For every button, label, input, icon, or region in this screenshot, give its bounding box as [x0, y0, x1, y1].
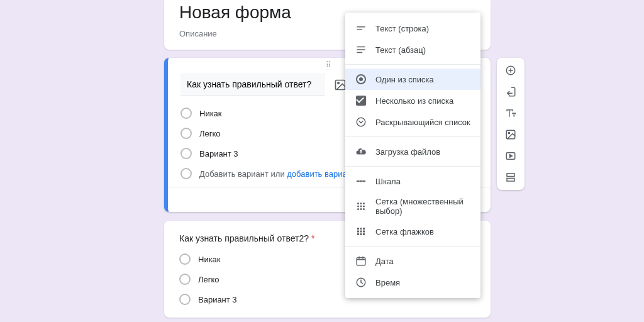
menu-separator: [345, 64, 480, 65]
time-icon: [355, 277, 367, 288]
option-label[interactable]: Вариант 3: [199, 149, 238, 158]
side-toolbar: [497, 58, 525, 190]
type-option-label: Шкала: [375, 177, 401, 186]
checkbox-icon: [355, 95, 367, 106]
radio-icon: [180, 128, 192, 139]
menu-separator: [345, 136, 480, 137]
option-label[interactable]: Никак: [199, 109, 222, 118]
svg-rect-27: [363, 231, 365, 233]
type-option-upload[interactable]: Загрузка файлов: [345, 141, 480, 162]
type-option-label: Сетка флажков: [375, 227, 434, 236]
type-option-time[interactable]: Время: [345, 272, 480, 293]
grid-check-icon: [355, 226, 367, 237]
question-title-input[interactable]: [180, 73, 325, 96]
type-option-paragraph[interactable]: Текст (абзац): [345, 39, 480, 60]
section-icon: [505, 172, 516, 183]
option-label: Легко: [198, 275, 219, 284]
radio-icon: [179, 274, 191, 285]
toolbar-import[interactable]: [502, 83, 519, 101]
dropdown-icon: [355, 116, 367, 128]
plus-circle-icon: [505, 65, 516, 76]
type-option-label: Дата: [375, 257, 394, 266]
import-icon: [505, 86, 516, 97]
toolbar-add-section[interactable]: [502, 169, 519, 186]
type-option-label: Время: [375, 278, 400, 287]
svg-point-20: [360, 208, 362, 210]
svg-rect-26: [360, 231, 362, 233]
svg-point-11: [360, 180, 362, 182]
radio-icon: [180, 168, 192, 179]
svg-rect-44: [507, 174, 514, 177]
type-option-cgrid[interactable]: Сетка флажков: [345, 221, 480, 242]
date-icon: [355, 255, 367, 267]
scale-icon: [355, 175, 367, 187]
short-text-icon: [355, 23, 367, 34]
radio-icon: [180, 148, 192, 159]
svg-rect-25: [357, 231, 359, 233]
option-label: Вариант 3: [198, 295, 237, 304]
paragraph-icon: [355, 44, 367, 55]
radio-icon: [180, 108, 192, 119]
video-icon: [505, 150, 516, 162]
question-type-menu: Текст (строка)Текст (абзац)Один из списк…: [345, 13, 480, 298]
toolbar-add-image[interactable]: [502, 126, 519, 143]
type-option-label: Несколько из списка: [375, 96, 453, 106]
menu-separator: [345, 166, 480, 167]
svg-marker-43: [510, 155, 513, 158]
svg-rect-30: [363, 233, 365, 235]
radio-icon: [179, 294, 191, 305]
svg-point-12: [364, 180, 365, 182]
svg-point-18: [363, 206, 365, 208]
svg-point-41: [508, 132, 509, 133]
type-option-label: Сетка (множественный выбор): [375, 197, 470, 216]
svg-point-16: [357, 206, 359, 208]
toolbar-add-question[interactable]: [502, 62, 519, 79]
toolbar-add-video[interactable]: [502, 147, 519, 165]
type-option-radio[interactable]: Один из списка: [345, 69, 480, 90]
type-option-label: Загрузка файлов: [375, 147, 440, 157]
type-option-label: Раскрывающийся список: [375, 118, 470, 127]
svg-point-17: [360, 206, 362, 208]
type-option-dropdown[interactable]: Раскрывающийся список: [345, 111, 480, 133]
option-label: Никак: [198, 255, 221, 264]
svg-point-8: [357, 118, 365, 126]
upload-icon: [355, 146, 367, 157]
svg-point-19: [357, 208, 359, 210]
svg-rect-29: [360, 233, 362, 235]
svg-rect-22: [357, 228, 359, 230]
type-option-date[interactable]: Дата: [345, 250, 480, 272]
add-image-icon[interactable]: [334, 79, 347, 91]
type-option-label: Один из списка: [375, 75, 434, 84]
type-option-label: Текст (строка): [375, 24, 429, 33]
type-option-scale[interactable]: Шкала: [345, 170, 480, 192]
type-option-label: Текст (абзац): [375, 45, 426, 55]
add-option-text[interactable]: Добавить вариант: [199, 169, 269, 179]
svg-rect-45: [507, 179, 514, 182]
or-text: или: [271, 169, 285, 179]
type-option-mgrid[interactable]: Сетка (множественный выбор): [345, 192, 480, 221]
text-icon: [505, 108, 516, 119]
toolbar-add-title[interactable]: [502, 104, 519, 122]
grid-radio-icon: [355, 201, 367, 212]
radio-icon: [179, 253, 191, 265]
image-icon: [505, 129, 516, 140]
svg-point-10: [358, 180, 359, 182]
radio-icon: [355, 74, 367, 85]
svg-point-13: [357, 203, 359, 204]
menu-separator: [345, 246, 480, 247]
svg-point-14: [360, 203, 362, 204]
svg-rect-23: [360, 228, 362, 230]
svg-rect-31: [357, 258, 365, 265]
required-star-icon: *: [311, 233, 314, 243]
type-option-checkbox[interactable]: Несколько из списка: [345, 90, 480, 111]
svg-rect-28: [357, 233, 359, 235]
option-label[interactable]: Легко: [199, 129, 221, 138]
svg-point-1: [338, 82, 340, 84]
svg-point-15: [363, 203, 365, 204]
svg-point-21: [363, 208, 365, 210]
svg-rect-24: [363, 228, 365, 230]
type-option-short[interactable]: Текст (строка): [345, 18, 480, 39]
